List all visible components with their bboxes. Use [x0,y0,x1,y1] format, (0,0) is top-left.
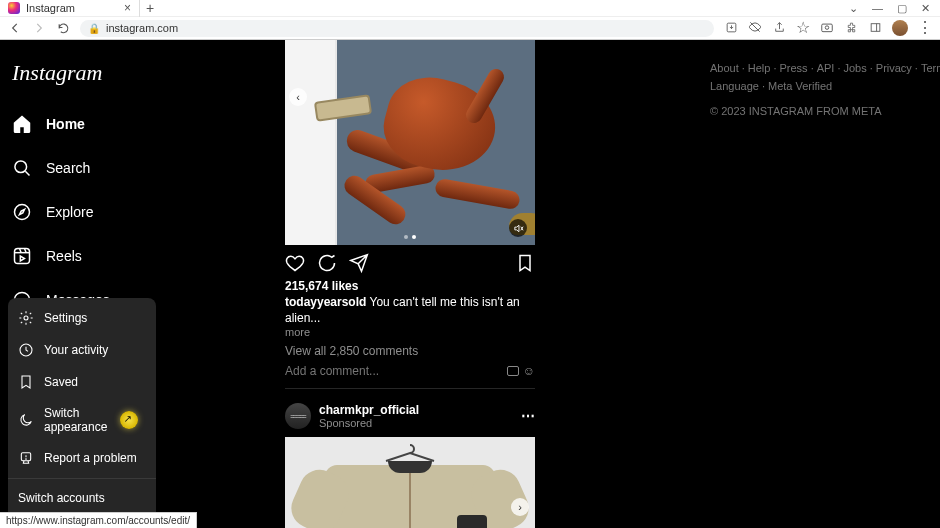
tab-title: Instagram [26,2,75,14]
likes-count[interactable]: 215,674 likes [285,277,535,295]
compass-icon [12,202,32,222]
footer-link[interactable]: Terms [921,62,940,74]
copyright: © 2023 INSTAGRAM FROM META [710,105,920,117]
camera-icon[interactable] [820,20,834,34]
tab-favicon [8,2,20,14]
post-avatar[interactable] [285,403,311,429]
sidebar-item-reels[interactable]: Reels [4,238,136,274]
view-comments-link[interactable]: View all 2,850 comments [285,338,535,360]
more-menu-saved[interactable]: Saved [8,366,156,398]
more-menu-switch-accounts[interactable]: Switch accounts [8,483,156,513]
footer-link[interactable]: Jobs [843,62,866,74]
new-tab-button[interactable]: + [146,2,158,14]
menu-item-label: Your activity [44,343,108,357]
post-media[interactable]: ‹ [285,40,535,245]
chevron-down-icon[interactable]: ⌄ [849,2,858,15]
browser-toolbar: 🔒 instagram.com ☆ ⋮ [0,17,940,40]
eye-off-icon[interactable] [748,20,762,34]
svg-point-5 [15,161,27,173]
menu-separator [8,478,156,479]
more-menu: Settings Your activity Saved Switch appe… [8,298,156,528]
close-tab-icon[interactable]: × [124,1,131,15]
window-controls: ⌄ — ▢ ✕ [849,2,940,15]
maximize-icon[interactable]: ▢ [897,2,907,15]
svg-point-7 [15,205,30,220]
like-button[interactable] [285,253,305,273]
menu-item-label: Settings [44,311,87,325]
more-menu-report[interactable]: Report a problem [8,442,156,474]
post-header: charmkpr_official Sponsored ⋯ [285,388,535,437]
svg-marker-8 [20,210,25,215]
address-bar[interactable]: 🔒 instagram.com [80,20,714,37]
toolbar-icons: ☆ ⋮ [724,20,932,36]
footer-link[interactable]: Help [748,62,771,74]
sidebar-item-label: Search [46,160,90,176]
share-icon[interactable] [772,20,786,34]
carousel-prev-button[interactable]: ‹ [289,88,307,106]
hanger-illustration [380,443,440,463]
caption-username[interactable]: todayyearsold [285,295,366,309]
install-icon[interactable] [724,20,738,34]
more-menu-settings[interactable]: Settings [8,302,156,334]
carousel-next-button[interactable]: › [511,498,529,516]
sidebar-item-search[interactable]: Search [4,150,136,186]
share-button[interactable] [349,253,369,273]
footer-link[interactable]: Meta Verified [768,80,832,92]
lock-icon: 🔒 [88,23,100,34]
forward-button[interactable] [32,21,46,35]
browser-tab[interactable]: Instagram × [0,0,140,17]
comment-button[interactable] [317,253,337,273]
back-button[interactable] [8,21,22,35]
reels-icon [12,246,32,266]
caption-more[interactable]: more [285,326,535,338]
browser-tab-strip: Instagram × + ⌄ — ▢ ✕ [0,0,940,17]
url-text: instagram.com [106,22,178,34]
feed-inner: ‹ 215,674 likes todayyearsold You can't … [285,40,535,528]
add-comment-input[interactable] [285,364,507,378]
gear-icon [18,310,34,326]
menu-item-label: Switch accounts [18,491,105,505]
sidebar-nav: Home Search Explore Reels Messages [0,106,140,318]
moon-icon [18,412,34,428]
menu-item-label: Switch appearance [44,406,146,434]
svg-rect-1 [822,24,833,32]
footer-link[interactable]: API [817,62,835,74]
bookmark-star-icon[interactable]: ☆ [796,20,810,34]
post-username[interactable]: charmkpr_official [319,403,419,417]
sidebar-item-explore[interactable]: Explore [4,194,136,230]
footer-links: About·Help·Press·API·Jobs·Privacy·Terms·… [710,60,920,95]
reload-button[interactable] [56,21,70,35]
menu-item-label: Saved [44,375,78,389]
sidebar-item-label: Reels [46,248,82,264]
sidebar-item-home[interactable]: Home [4,106,136,142]
post-media[interactable]: › [285,437,535,528]
footer-link[interactable]: Language [710,80,759,92]
kebab-menu-icon[interactable]: ⋮ [918,20,932,34]
svg-point-2 [825,26,829,29]
minimize-icon[interactable]: — [872,2,883,15]
report-icon [18,450,34,466]
footer-link[interactable]: Press [780,62,808,74]
gif-icon[interactable] [507,366,519,376]
logo[interactable]: Instagram [0,50,140,106]
post-options-button[interactable]: ⋯ [521,408,535,424]
post-caption: todayyearsold You can't tell me this isn… [285,295,535,326]
feed: ‹ 215,674 likes todayyearsold You can't … [140,40,680,528]
more-menu-switch-appearance[interactable]: Switch appearance [8,398,156,442]
close-window-icon[interactable]: ✕ [921,2,930,15]
mute-icon[interactable] [509,219,527,237]
footer-link[interactable]: Privacy [876,62,912,74]
more-menu-activity[interactable]: Your activity [8,334,156,366]
sidebar-item-label: Home [46,116,85,132]
emoji-icon[interactable]: ☺ [523,364,535,378]
extension-icon[interactable] [844,20,858,34]
post-actions [285,245,535,277]
side-panel-icon[interactable] [868,20,882,34]
menu-item-label: Report a problem [44,451,137,465]
save-button[interactable] [515,253,535,273]
footer-link[interactable]: About [710,62,739,74]
svg-point-21 [26,459,27,460]
profile-avatar[interactable] [892,20,908,36]
post-sponsored-label: Sponsored [319,417,419,429]
app-root: Instagram Home Search Explore Reels Mess… [0,40,940,528]
